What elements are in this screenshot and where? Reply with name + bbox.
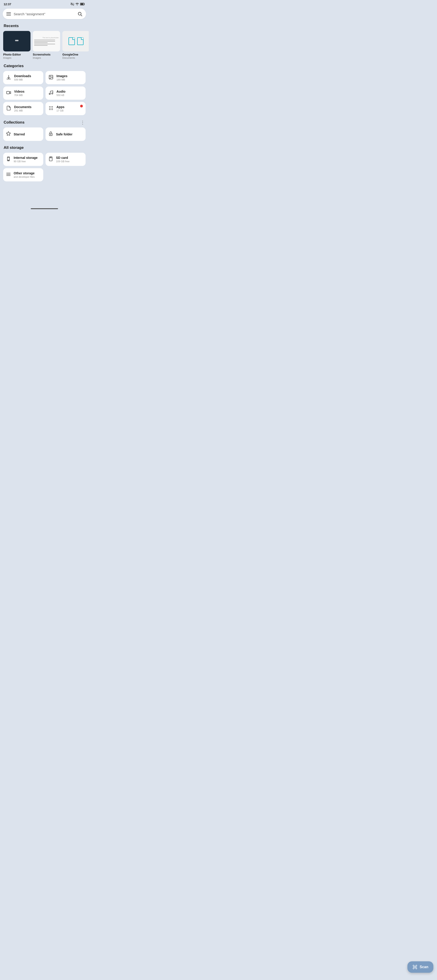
category-documents[interactable]: Documents 291 MB: [3, 102, 43, 115]
other-storage-icon: [6, 172, 11, 178]
videos-icon: [6, 90, 11, 96]
collections-title: Collections: [4, 120, 25, 125]
collection-name: Starred: [14, 132, 25, 136]
storage-name: SD card: [56, 156, 70, 159]
svg-point-20: [52, 109, 53, 110]
category-size: 704 MB: [14, 94, 25, 97]
status-bar: 12:37: [0, 0, 89, 7]
category-name: Documents: [14, 105, 32, 109]
category-name: Downloads: [14, 74, 31, 78]
category-downloads[interactable]: Downloads 599 MB: [3, 71, 43, 84]
recents-title: Recents: [0, 23, 89, 31]
storage-name: Other storage: [14, 171, 35, 175]
googleone-thumb: [62, 31, 89, 51]
apps-icon: [48, 106, 54, 112]
svg-point-15: [49, 108, 50, 108]
svg-point-12: [49, 106, 50, 107]
all-storage-title: All storage: [0, 143, 89, 153]
recent-sub: Documents: [62, 56, 89, 59]
svg-point-13: [51, 106, 51, 107]
category-name: Audio: [56, 90, 65, 93]
collections-more-button[interactable]: ⋮: [80, 120, 85, 125]
images-icon: [48, 75, 54, 81]
battery-icon: [80, 3, 85, 5]
collection-starred[interactable]: Starred: [3, 127, 43, 141]
category-name: Images: [56, 74, 67, 78]
wifi-icon: [75, 2, 79, 6]
svg-point-8: [50, 76, 51, 77]
category-size: 550 kB: [56, 94, 65, 97]
collections-header: Collections ⋮: [0, 117, 89, 127]
home-indicator: [31, 208, 58, 209]
bottom-bar: [0, 205, 89, 211]
category-size: 291 MB: [14, 109, 32, 112]
svg-point-17: [52, 108, 53, 108]
recent-name: Screenshots: [33, 53, 60, 56]
svg-point-18: [49, 109, 50, 110]
recent-sub: Images: [3, 56, 30, 59]
svg-rect-9: [6, 91, 10, 94]
recent-name: Photo Editor: [3, 53, 30, 56]
categories-title: Categories: [0, 63, 89, 71]
starred-icon: [6, 131, 11, 137]
category-name: Videos: [14, 90, 25, 93]
category-audio[interactable]: Audio 550 kB: [46, 86, 86, 100]
svg-point-19: [51, 109, 51, 110]
storage-grid: Internal storage 90 GB free SD card 109 …: [0, 153, 89, 183]
sd-card-icon: [48, 156, 53, 162]
category-videos[interactable]: Videos 704 MB: [3, 86, 43, 100]
time-display: 12:37: [4, 3, 11, 6]
storage-sub: and developer files: [14, 175, 35, 178]
search-input[interactable]: Search "assignment": [14, 12, 75, 16]
safe-folder-icon: [48, 131, 53, 137]
svg-point-10: [49, 93, 51, 94]
recent-sub: Images: [33, 56, 60, 59]
downloads-icon: [6, 75, 11, 81]
storage-sub: 109 GB free: [56, 160, 70, 163]
storage-sub: 90 GB free: [14, 160, 38, 163]
apps-badge: [80, 105, 83, 107]
status-icons: [71, 2, 85, 6]
mute-icon: [71, 2, 74, 6]
collection-safe-folder[interactable]: Safe folder: [46, 127, 86, 141]
storage-internal[interactable]: Internal storage 90 GB free: [3, 153, 43, 166]
svg-marker-21: [6, 132, 11, 135]
collection-name: Safe folder: [56, 132, 72, 136]
screenshots-thumb: This text is placeholder: [33, 31, 60, 51]
internal-storage-icon: [6, 156, 11, 162]
audio-icon: [48, 90, 54, 96]
file-icon-2: [77, 37, 84, 45]
svg-rect-3: [81, 3, 84, 5]
recent-item-googleone[interactable]: GoogleOne Documents: [62, 31, 89, 59]
category-size: 599 MB: [14, 78, 31, 81]
svg-point-14: [52, 106, 53, 107]
recent-name: GoogleOne: [62, 53, 89, 56]
svg-point-1: [77, 5, 78, 5]
search-bar[interactable]: Search "assignment": [3, 9, 86, 19]
file-icon-1: [68, 37, 75, 45]
category-images[interactable]: Images 189 MB: [46, 71, 86, 84]
storage-sd-card[interactable]: SD card 109 GB free: [46, 153, 86, 166]
recent-item-photo-editor[interactable]: Photo Editor Images: [3, 31, 30, 59]
storage-name: Internal storage: [14, 156, 38, 159]
category-apps[interactable]: Apps 17 GB: [46, 102, 86, 115]
categories-grid: Downloads 599 MB Images 189 MB Videos 70…: [0, 71, 89, 117]
svg-point-11: [52, 92, 53, 94]
svg-point-16: [51, 108, 51, 108]
photo-editor-thumb: [3, 31, 30, 51]
recent-item-screenshots[interactable]: This text is placeholder Screenshots Ima…: [33, 31, 60, 59]
category-size: 17 GB: [56, 109, 64, 112]
documents-icon: [6, 106, 11, 112]
hamburger-menu[interactable]: [6, 12, 11, 16]
recents-row: Photo Editor Images This text is placeho…: [0, 31, 89, 63]
search-icon[interactable]: [77, 11, 83, 16]
category-name: Apps: [56, 105, 64, 109]
collections-grid: Starred Safe folder: [0, 127, 89, 143]
category-size: 189 MB: [56, 78, 67, 81]
storage-other[interactable]: Other storage and developer files: [3, 168, 43, 181]
svg-line-5: [81, 15, 82, 16]
